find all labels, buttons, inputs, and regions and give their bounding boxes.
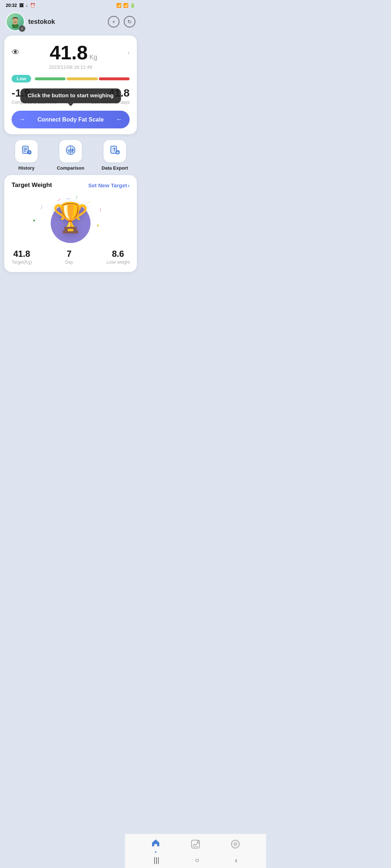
status-right: 📶 📶 🔋 [116,3,135,8]
set-new-target-button[interactable]: Set New Target › [88,182,130,188]
status-time: 20:32 [6,3,17,8]
svg-rect-15 [70,149,71,153]
trophy-illustration: ⁄ ⁄ ⁄ ⁄ ● ● ⁄ ⁄ 🏆 [12,192,130,243]
svg-rect-6 [24,148,27,149]
target-lose-value: 8.6 [106,249,130,259]
arrow-right-icon: ← [116,116,122,123]
main-card: 👁 41.8 Kg › 2023/11/08 16:11:49 Low -1.9… [4,35,137,134]
svg-rect-7 [24,149,27,150]
export-icon [109,145,120,158]
avatar-badge: ≡ [19,25,25,32]
weight-row: 👁 41.8 Kg › [12,43,130,62]
comparison-icon-wrap [59,140,82,162]
bmi-seg-yellow [67,77,97,80]
svg-rect-16 [72,148,73,153]
status-clock-icon: ⏰ [30,3,35,8]
header: ≡ testokok + ↻ [0,9,141,35]
history-label: History [18,165,35,171]
weight-value: 41.8 [50,42,88,63]
bmi-seg-green [35,77,66,80]
comparison-icon [65,145,76,158]
target-kg-value: 41.8 [12,249,32,259]
action-data-export[interactable]: Data Export [93,140,137,171]
target-kg-label: Target(Kg) [12,260,32,265]
target-header: Target Weight Set New Target › [12,182,130,189]
tooltip: Click the button to start weighing [20,89,121,103]
target-title: Target Weight [12,182,52,189]
arrow-left-icon: → [19,116,25,123]
connect-button[interactable]: → Connect Body Fat Scale ← [12,111,130,128]
export-icon-wrap [104,140,126,162]
target-stat-1: 7 Day [65,249,73,265]
bmi-label-row: Low [12,75,130,82]
history-icon-wrap [15,140,38,162]
svg-rect-14 [68,151,70,153]
target-day-label: Day [65,260,73,265]
target-day-value: 7 [65,249,73,259]
bmi-bar [35,77,130,80]
weight-date: 2023/11/08 16:11:49 [12,64,130,70]
weight-chevron-icon[interactable]: › [127,49,130,56]
quick-actions: History Comparison [4,140,137,171]
username: testokok [28,18,108,26]
data-export-label: Data Export [102,165,128,171]
signal-icon: 📶 [123,3,129,8]
status-left: 20:32 🖼 ↓ ⏰ [6,3,35,8]
battery-icon: 🔋 [130,3,135,8]
target-stat-0: 41.8 Target(Kg) [12,249,32,265]
weight-center: 41.8 Kg [50,43,97,62]
target-stat-2: 8.6 Lose weight [106,249,130,265]
svg-rect-8 [24,151,26,152]
bmi-seg-red [99,77,130,80]
add-button[interactable]: + [108,16,119,27]
target-stats: 41.8 Target(Kg) 7 Day 8.6 Lose weight [12,249,130,265]
history-icon [21,145,32,158]
chevron-right-icon: › [128,182,130,188]
action-history[interactable]: History [4,140,49,171]
target-lose-label: Lose weight [106,260,130,265]
comparison-label: Comparison [57,165,84,171]
header-icons: + ↻ [108,16,135,27]
status-image-icon: 🖼 [19,3,24,8]
status-download-icon: ↓ [26,3,28,8]
avatar-wrap[interactable]: ≡ [6,12,25,31]
refresh-button[interactable]: ↻ [124,16,135,27]
action-comparison[interactable]: Comparison [49,140,93,171]
status-bar: 20:32 🖼 ↓ ⏰ 📶 📶 🔋 [0,0,141,9]
weight-unit: Kg [89,54,97,61]
stats-row: -1.9 Compared to Last Time 41.8 Best Wit… [12,87,130,105]
svg-rect-19 [114,149,115,151]
bmi-label: Low [12,75,31,82]
target-card: Target Weight Set New Target › ⁄ ⁄ ⁄ ⁄ ●… [4,175,137,272]
bmi-bar-wrap: Low [12,75,130,82]
eye-icon[interactable]: 👁 [12,48,20,57]
wifi-icon: 📶 [116,3,122,8]
trophy-emoji: 🏆 [52,201,89,235]
